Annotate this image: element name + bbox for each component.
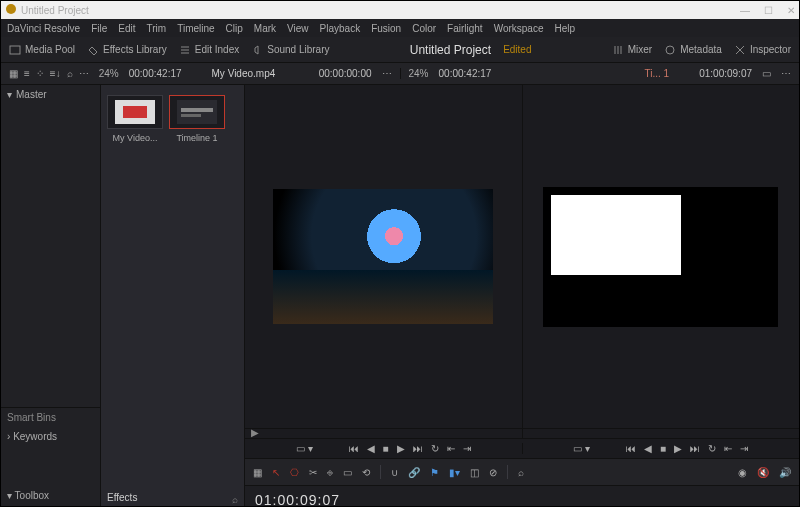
- src-thumbnails-icon[interactable]: ▦: [9, 68, 18, 79]
- prg-position: 01:00:09:07: [699, 68, 752, 79]
- audio-monitor-icon[interactable]: ◉: [738, 467, 747, 478]
- prg-options-icon[interactable]: ⋯: [781, 68, 791, 79]
- smart-bins-header[interactable]: Smart Bins: [1, 407, 100, 427]
- overwrite-tool[interactable]: ▭: [343, 467, 352, 478]
- src-first-frame[interactable]: ⏮: [349, 443, 359, 454]
- flag-icon[interactable]: ⚑: [430, 467, 439, 478]
- media-item-video[interactable]: My Video...: [107, 95, 163, 143]
- prg-mark-in[interactable]: ⇤: [724, 443, 732, 454]
- svg-point-0: [6, 4, 16, 14]
- edit-index-toggle[interactable]: Edit Index: [179, 44, 239, 56]
- src-more-icon[interactable]: ⋯: [79, 68, 89, 79]
- blade-tool[interactable]: ✂: [309, 467, 317, 478]
- menu-help[interactable]: Help: [554, 23, 575, 34]
- metadata-toggle[interactable]: Metadata: [664, 44, 722, 56]
- src-grid-icon[interactable]: ⁘: [36, 68, 44, 79]
- timeline-view-icon[interactable]: ▦: [253, 467, 262, 478]
- prg-timeline-name[interactable]: Ti... 1: [645, 68, 670, 79]
- selection-tool[interactable]: ↖: [272, 467, 280, 478]
- watermark: Wondershare Filmora: [345, 287, 422, 296]
- menu-edit[interactable]: Edit: [118, 23, 135, 34]
- src-mark-in[interactable]: ⇤: [447, 443, 455, 454]
- effects-sidebar: ▾ Toolbox Video Transiti... Audio Transi…: [1, 486, 101, 507]
- menu-color[interactable]: Color: [412, 23, 436, 34]
- window-title: Untitled Project: [21, 5, 89, 16]
- keywords-bin[interactable]: › Keywords: [1, 427, 100, 446]
- menu-trim[interactable]: Trim: [147, 23, 167, 34]
- menu-mark[interactable]: Mark: [254, 23, 276, 34]
- chevron-down-icon: ▾: [7, 89, 12, 100]
- volume-icon[interactable]: 🔊: [779, 467, 791, 478]
- src-prev-frame[interactable]: ◀: [367, 443, 375, 454]
- prg-first-frame[interactable]: ⏮: [626, 443, 636, 454]
- maximize-button[interactable]: ☐: [764, 5, 773, 16]
- timeline-timecode[interactable]: 01:00:09:07: [255, 492, 340, 507]
- menu-file[interactable]: File: [91, 23, 107, 34]
- media-item-timeline[interactable]: Timeline 1: [169, 95, 225, 143]
- menu-playback[interactable]: Playback: [320, 23, 361, 34]
- source-viewer[interactable]: Wondershare Filmora: [245, 85, 523, 428]
- marker-icon[interactable]: ▮▾: [449, 467, 460, 478]
- snap-icon[interactable]: ∪: [391, 467, 398, 478]
- mute-icon[interactable]: 🔇: [757, 467, 769, 478]
- trim-tool[interactable]: ⎔: [290, 467, 299, 478]
- src-zoom[interactable]: 24%: [99, 68, 119, 79]
- prg-expand-icon[interactable]: ▭: [762, 68, 771, 79]
- menu-fairlight[interactable]: Fairlight: [447, 23, 483, 34]
- src-loop[interactable]: ↻: [431, 443, 439, 454]
- media-pool-toggle[interactable]: Media Pool: [9, 44, 75, 56]
- src-options-icon[interactable]: ⋯: [382, 68, 392, 79]
- app-icon: [5, 3, 17, 17]
- viewer-infobar: ▦ ≡ ⁘ ≡↓ ⌕ ⋯ 24% 00:00:42:17 My Video.mp…: [1, 63, 799, 85]
- src-mark-out[interactable]: ⇥: [463, 443, 471, 454]
- svg-rect-7: [181, 114, 201, 117]
- timeline-panel: 01:00:09:07 01:00:00:00 01:00:28:00 01:0…: [245, 486, 799, 507]
- prg-loop[interactable]: ↻: [708, 443, 716, 454]
- inspector-toggle[interactable]: Inspector: [734, 44, 791, 56]
- mark-in-icon[interactable]: ▶: [251, 427, 259, 438]
- prg-prev-frame[interactable]: ◀: [644, 443, 652, 454]
- src-clip-name[interactable]: My Video.mp4: [212, 68, 276, 79]
- zoom-icon[interactable]: ⌕: [518, 467, 524, 478]
- effects-library-toggle[interactable]: Effects Library: [87, 44, 167, 56]
- svg-rect-6: [181, 108, 213, 112]
- menu-workspace[interactable]: Workspace: [494, 23, 544, 34]
- menu-fusion[interactable]: Fusion: [371, 23, 401, 34]
- project-edited-badge: Edited: [503, 44, 531, 55]
- src-mode-icon[interactable]: ▭ ▾: [296, 443, 313, 454]
- replace-tool[interactable]: ⟲: [362, 467, 370, 478]
- link-icon[interactable]: 🔗: [408, 467, 420, 478]
- minimize-button[interactable]: —: [740, 5, 750, 16]
- program-viewer[interactable]: [523, 85, 800, 428]
- range-icon[interactable]: ◫: [470, 467, 479, 478]
- menubar: DaVinci Resolve File Edit Trim Timeline …: [1, 19, 799, 37]
- src-next-frame[interactable]: ⏭: [413, 443, 423, 454]
- menu-view[interactable]: View: [287, 23, 309, 34]
- src-play[interactable]: ▶: [397, 443, 405, 454]
- transport-bar: ▭ ▾ ⏮ ◀ ■ ▶ ⏭ ↻ ⇤ ⇥ ▭ ▾ ⏮ ◀ ■ ▶ ⏭ ↻ ⇤: [245, 438, 799, 458]
- prg-play[interactable]: ▶: [674, 443, 682, 454]
- prg-mark-out[interactable]: ⇥: [740, 443, 748, 454]
- mixer-toggle[interactable]: Mixer: [612, 44, 652, 56]
- src-sort-icon[interactable]: ≡↓: [50, 68, 61, 79]
- src-search-icon[interactable]: ⌕: [67, 68, 73, 79]
- close-button[interactable]: ✕: [787, 5, 795, 16]
- svg-point-2: [666, 46, 674, 54]
- prg-stop[interactable]: ■: [660, 443, 666, 454]
- insert-tool[interactable]: ⎆: [327, 467, 333, 478]
- src-list-icon[interactable]: ≡: [24, 68, 30, 79]
- sound-library-toggle[interactable]: Sound Library: [251, 44, 329, 56]
- bypass-icon[interactable]: ⊘: [489, 467, 497, 478]
- master-bin[interactable]: ▾ Master: [1, 85, 100, 104]
- prg-next-frame[interactable]: ⏭: [690, 443, 700, 454]
- menu-davinci[interactable]: DaVinci Resolve: [7, 23, 80, 34]
- menu-timeline[interactable]: Timeline: [177, 23, 214, 34]
- search-icon[interactable]: ⌕: [232, 494, 238, 505]
- chevron-right-icon: ›: [7, 431, 10, 442]
- menu-clip[interactable]: Clip: [226, 23, 243, 34]
- chevron-down-icon: ▾: [7, 490, 12, 501]
- prg-mode-icon[interactable]: ▭ ▾: [573, 443, 590, 454]
- src-stop[interactable]: ■: [383, 443, 389, 454]
- prg-zoom[interactable]: 24%: [409, 68, 429, 79]
- src-duration: 00:00:42:17: [129, 68, 182, 79]
